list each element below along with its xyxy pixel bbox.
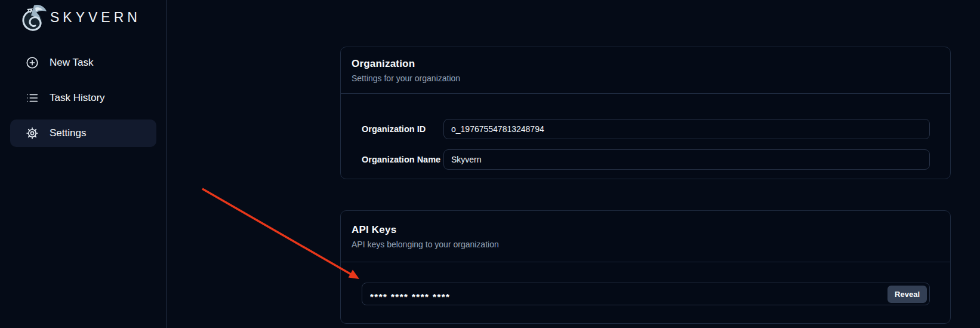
organization-card: Organization Settings for your organizat… [340,47,951,179]
organization-card-body: Organization ID Organization Name [341,94,950,179]
sidebar-item-label: New Task [50,57,93,69]
organization-card-header: Organization Settings for your organizat… [341,47,950,94]
gear-icon [26,127,39,140]
sidebar-item-task-history[interactable]: Task History [10,84,156,112]
reveal-button[interactable]: Reveal [887,286,927,303]
organization-card-title: Organization [352,58,938,70]
organization-id-field[interactable] [443,119,930,139]
organization-id-label: Organization ID [362,124,443,134]
api-keys-card-title: API Keys [352,224,938,236]
api-keys-card-body: **** **** **** **** Reveal [341,262,950,323]
api-keys-card: API Keys API keys belonging to your orga… [340,210,951,324]
api-key-field[interactable]: **** **** **** **** Reveal [362,283,930,305]
main-content: Organization Settings for your organizat… [168,0,980,328]
skyvern-dragon-icon [19,3,49,33]
organization-card-subtitle: Settings for your organization [352,72,938,84]
sidebar-item-label: Task History [50,92,105,104]
sidebar: SKYVERN New Task [0,0,167,328]
sidebar-nav: New Task Task History [0,49,167,147]
logo[interactable]: SKYVERN [0,0,167,33]
settings-page: Organization Settings for your organizat… [340,0,951,324]
circle-plus-icon [26,56,39,69]
app-title: SKYVERN [50,10,141,26]
api-keys-card-subtitle: API keys belonging to your organization [352,238,938,250]
organization-id-row: Organization ID [362,119,930,139]
api-key-masked-value: **** **** **** **** [370,292,887,302]
sidebar-item-label: Settings [50,127,86,139]
organization-name-field[interactable] [443,149,930,170]
api-keys-card-header: API Keys API keys belonging to your orga… [341,211,950,262]
organization-name-label: Organization Name [362,155,443,164]
list-icon [26,91,39,105]
sidebar-item-new-task[interactable]: New Task [10,49,156,76]
sidebar-item-settings[interactable]: Settings [10,119,156,147]
organization-name-row: Organization Name [362,149,930,170]
